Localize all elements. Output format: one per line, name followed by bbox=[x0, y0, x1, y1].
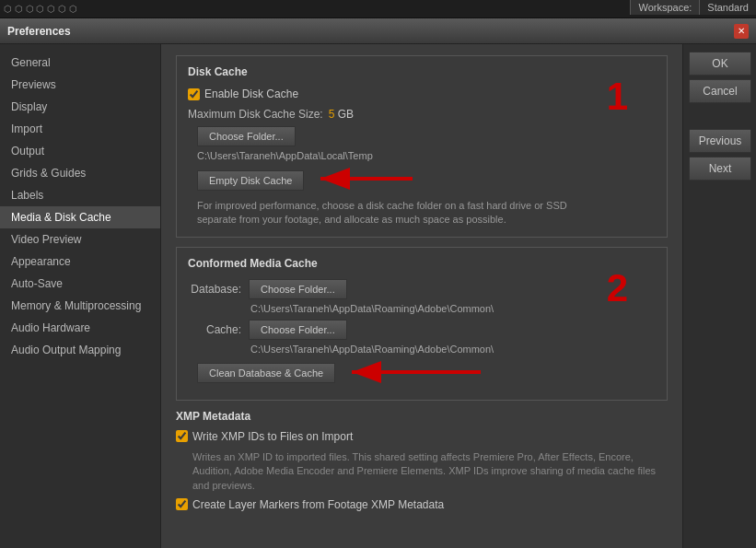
number-1: 1 bbox=[607, 75, 628, 119]
choose-folder-button-disk[interactable]: Choose Folder... bbox=[197, 126, 296, 146]
disk-cache-info: For improved performance, choose a disk … bbox=[197, 199, 588, 227]
sidebar-item-appearance[interactable]: Appearance bbox=[0, 251, 160, 273]
conformed-media-title: Conformed Media Cache bbox=[188, 257, 588, 270]
create-layer-checkbox[interactable] bbox=[176, 498, 188, 510]
write-xmp-desc: Writes an XMP ID to imported files. This… bbox=[192, 450, 668, 493]
sidebar-item-video-preview[interactable]: Video Preview bbox=[0, 228, 160, 251]
workspace-label: Workspace: bbox=[630, 0, 699, 15]
arrow-svg-2 bbox=[343, 360, 490, 384]
sidebar-item-import[interactable]: Import bbox=[0, 118, 160, 140]
sidebar-item-general[interactable]: General bbox=[0, 52, 160, 74]
disk-cache-title: Disk Cache bbox=[188, 65, 588, 78]
write-xmp-checkbox[interactable] bbox=[176, 430, 188, 442]
disk-cache-path: C:\Users\Taraneh\AppData\Local\Temp bbox=[197, 150, 588, 161]
cache-path: C:\Users\Taraneh\AppData\Roaming\Adobe\C… bbox=[250, 344, 588, 355]
previous-button[interactable]: Previous bbox=[689, 129, 751, 153]
sidebar-item-media[interactable]: Media & Disk Cache bbox=[0, 206, 160, 228]
sidebar-item-grids[interactable]: Grids & Guides bbox=[0, 162, 160, 184]
sidebar-item-audio-hardware[interactable]: Audio Hardware bbox=[0, 317, 160, 339]
title-bar: Preferences ✕ bbox=[0, 18, 756, 44]
database-label: Database: bbox=[188, 283, 241, 296]
arrow-indicator-2 bbox=[343, 360, 490, 387]
create-layer-label: Create Layer Markers from Footage XMP Me… bbox=[192, 498, 444, 511]
sidebar-item-output[interactable]: Output bbox=[0, 140, 160, 162]
sidebar-item-previews[interactable]: Previews bbox=[0, 74, 160, 96]
database-row: Database: Choose Folder... bbox=[188, 279, 588, 299]
enable-disk-cache-checkbox[interactable] bbox=[188, 88, 200, 100]
max-size-label: Maximum Disk Cache Size: bbox=[188, 108, 323, 121]
enable-disk-cache-label: Enable Disk Cache bbox=[204, 87, 298, 100]
conformed-media-section: Conformed Media Cache Database: Choose F… bbox=[176, 247, 668, 401]
xmp-section: XMP Metadata Write XMP IDs to Files on I… bbox=[176, 410, 668, 511]
database-path: C:\Users\Taraneh\AppData\Roaming\Adobe\C… bbox=[250, 303, 588, 314]
clean-database-cache-button[interactable]: Clean Database & Cache bbox=[197, 363, 335, 383]
disk-cache-section: Disk Cache Enable Disk Cache Maximum Dis… bbox=[176, 55, 668, 238]
arrow-indicator-1 bbox=[311, 167, 422, 193]
cache-row: Cache: Choose Folder... bbox=[188, 320, 588, 340]
close-button[interactable]: ✕ bbox=[734, 24, 749, 39]
sidebar-item-memory[interactable]: Memory & Multiprocessing bbox=[0, 295, 160, 317]
empty-disk-cache-button[interactable]: Empty Disk Cache bbox=[197, 170, 304, 191]
next-button[interactable]: Next bbox=[689, 157, 751, 181]
right-panel: OK Cancel Previous Next bbox=[682, 44, 756, 548]
write-xmp-row: Write XMP IDs to Files on Import bbox=[176, 430, 668, 443]
write-xmp-label: Write XMP IDs to Files on Import bbox=[192, 430, 353, 443]
enable-disk-cache-row: Enable Disk Cache bbox=[188, 87, 588, 100]
sidebar-item-labels[interactable]: Labels bbox=[0, 184, 160, 206]
cancel-button[interactable]: Cancel bbox=[689, 79, 751, 103]
number-2: 2 bbox=[607, 266, 628, 310]
standard-label: Standard bbox=[699, 0, 756, 15]
arrow-svg-1 bbox=[311, 167, 422, 191]
sidebar: General Previews Display Import Output G… bbox=[0, 44, 161, 548]
create-layer-row: Create Layer Markers from Footage XMP Me… bbox=[176, 498, 668, 511]
cache-choose-folder-button[interactable]: Choose Folder... bbox=[249, 320, 347, 340]
sidebar-item-auto-save[interactable]: Auto-Save bbox=[0, 273, 160, 295]
sidebar-item-audio-output[interactable]: Audio Output Mapping bbox=[0, 339, 160, 361]
max-size-value: 5 GB bbox=[329, 108, 354, 121]
dialog-title: Preferences bbox=[7, 25, 71, 38]
toolbar-icons: ⬡ ⬡ ⬡ ⬡ ⬡ ⬡ ⬡ bbox=[4, 4, 77, 14]
max-size-row: Maximum Disk Cache Size: 5 GB bbox=[188, 108, 588, 121]
ok-button[interactable]: OK bbox=[689, 52, 751, 76]
xmp-title: XMP Metadata bbox=[176, 410, 668, 423]
cache-label: Cache: bbox=[188, 323, 241, 336]
sidebar-item-display[interactable]: Display bbox=[0, 96, 160, 118]
content-area: Disk Cache Enable Disk Cache Maximum Dis… bbox=[161, 44, 682, 548]
database-choose-folder-button[interactable]: Choose Folder... bbox=[249, 279, 347, 299]
